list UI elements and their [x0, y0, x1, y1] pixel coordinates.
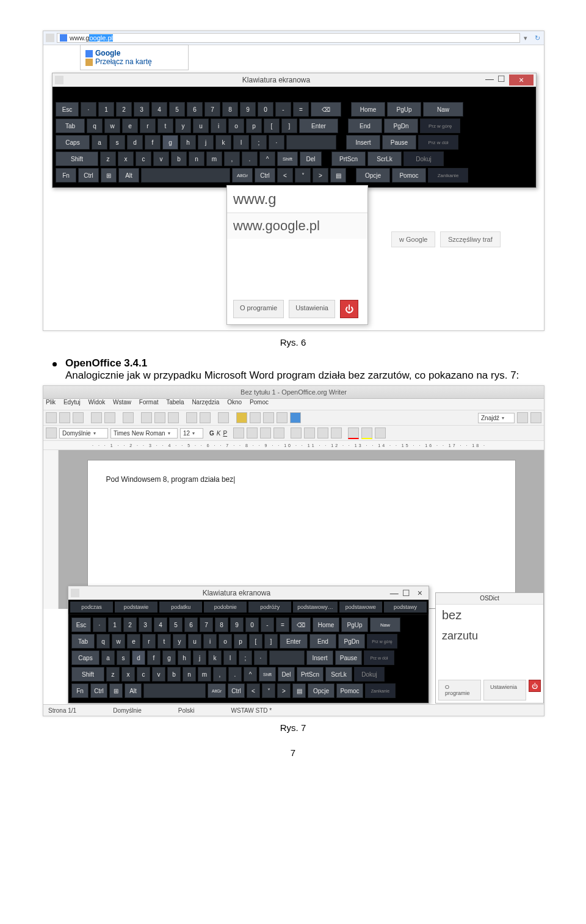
align-right-icon[interactable]	[260, 427, 271, 438]
about-button[interactable]: O programie	[233, 300, 284, 318]
status-style: Domyślnie	[113, 707, 142, 714]
menu-window[interactable]: Okno	[227, 399, 242, 406]
indent-inc-icon[interactable]	[331, 427, 342, 438]
menu-view[interactable]: Widok	[88, 399, 105, 406]
minimize-button[interactable]: —	[485, 75, 494, 85]
italic-button[interactable]: K	[217, 430, 221, 437]
menu-file[interactable]: Plik	[46, 399, 56, 406]
figure-7-caption: Rys. 7	[43, 722, 543, 733]
status-mode: WSTAW STD *	[231, 707, 272, 714]
dict-word-2[interactable]: zarzutu	[436, 626, 543, 646]
google-favicon-icon	[85, 50, 93, 57]
onscreen-keyboard-window: Klawiatura ekranowa — ☐ × Esc · 1 2 3 4 …	[52, 73, 537, 188]
style-selector[interactable]: Domyślnie	[59, 428, 108, 438]
spellcheck-icon[interactable]	[123, 412, 134, 423]
list-bul-icon[interactable]	[304, 427, 315, 438]
close-button[interactable]: ×	[414, 589, 426, 597]
status-lang: Polski	[178, 707, 195, 714]
lucky-button[interactable]: Szczęśliwy traf	[440, 231, 501, 247]
menu-table[interactable]: Tabela	[166, 399, 184, 406]
paste-icon[interactable]	[168, 412, 179, 423]
bullet-item: OpenOffice 3.4.1 Analogicznie jak w przy…	[43, 357, 543, 382]
gallery-icon[interactable]	[263, 412, 274, 423]
indent-dec-icon[interactable]	[317, 427, 328, 438]
statusbar: Strona 1/1 Domyślnie Polski WSTAW STD *	[43, 704, 544, 716]
menu-edit[interactable]: Edytuj	[63, 399, 81, 406]
power-button[interactable]: ⏻	[340, 300, 358, 318]
bold-button[interactable]: G	[209, 430, 214, 437]
undo-icon[interactable]	[186, 412, 197, 423]
underline-button[interactable]: P	[223, 430, 227, 437]
maximize-button[interactable]: ☐	[402, 589, 410, 597]
browser-urlbar: www.google.pl ▾ ↻	[43, 31, 544, 45]
word-suggestions-row: podczas podstawie podatku podobnie podró…	[68, 600, 429, 614]
key-space[interactable]	[141, 168, 230, 183]
fontcolor-icon[interactable]	[348, 427, 359, 439]
minimize-button[interactable]: —	[390, 589, 399, 597]
bullet-text: Analogicznie jak w przypadku Microsoft W…	[65, 369, 519, 381]
horizontal-ruler: · · · 1 · · 2 · · 3 · · 4 · · 5 · · 6 · …	[43, 441, 544, 450]
menu-tools[interactable]: Narzędzia	[192, 399, 219, 406]
styles-icon[interactable]	[46, 427, 57, 438]
open-icon[interactable]	[59, 412, 70, 423]
align-justify-icon[interactable]	[273, 427, 284, 438]
key-backspace[interactable]: ⌫	[311, 102, 341, 117]
settings-button[interactable]: Ustawienia	[289, 300, 335, 318]
key-menu-icon[interactable]: ▤	[330, 168, 346, 183]
table-icon[interactable]	[218, 412, 229, 423]
menu-insert[interactable]: Wstaw	[113, 399, 131, 406]
find-toolbar[interactable]: Znajdź	[478, 413, 515, 423]
maximize-button[interactable]: ☐	[497, 75, 505, 85]
menu-help[interactable]: Pomoc	[250, 399, 269, 406]
align-center-icon[interactable]	[247, 427, 258, 438]
document-text: Pod Windowsem 8, program działa bez|	[106, 475, 236, 484]
key-space[interactable]	[143, 683, 206, 698]
save-icon[interactable]	[73, 412, 84, 423]
fontsize-selector[interactable]: 12	[180, 428, 203, 438]
menu-format[interactable]: Format	[139, 399, 159, 406]
google-search-button[interactable]: w Google	[391, 231, 435, 247]
find-prev-icon[interactable]	[530, 412, 541, 423]
close-button[interactable]: ×	[509, 75, 534, 85]
keyboard-window-title: Klawiatura ekranowa	[67, 76, 485, 84]
menubar: Plik Edytuj Widok Wstaw Format Tabela Na…	[43, 399, 544, 410]
power-button[interactable]: ⏻	[529, 680, 541, 692]
toolbar-standard: Znajdź	[43, 410, 544, 426]
search-suggestion[interactable]: www.google.pl	[227, 213, 367, 239]
figure-7-screenshot: Bez tytułu 1 - OpenOffice.org Writer Pli…	[43, 385, 544, 716]
navigator-icon[interactable]	[250, 412, 261, 423]
preview-icon[interactable]	[104, 412, 115, 423]
zoom-icon[interactable]	[277, 412, 288, 423]
bgcolor-icon[interactable]	[375, 427, 386, 438]
list-num-icon[interactable]	[291, 427, 302, 438]
help-icon[interactable]	[290, 412, 301, 423]
settings-button[interactable]: Ustawienia	[483, 680, 526, 700]
find-icon[interactable]	[236, 412, 247, 423]
key-windows-icon[interactable]: ⊞	[101, 168, 117, 183]
highlight-icon[interactable]	[361, 427, 372, 439]
cut-icon[interactable]	[141, 412, 152, 423]
bullet-dot-icon	[52, 362, 57, 366]
status-page: Strona 1/1	[48, 707, 76, 714]
dict-word-1[interactable]: bez	[436, 605, 543, 626]
bullet-title: OpenOffice 3.4.1	[65, 357, 147, 369]
align-left-icon[interactable]	[233, 427, 244, 438]
refresh-icon: ↻	[531, 34, 544, 42]
find-next-icon[interactable]	[517, 412, 528, 423]
about-button[interactable]: O programie	[438, 680, 481, 700]
key-esc[interactable]: Esc	[56, 102, 79, 117]
search-input[interactable]: www.g	[227, 186, 367, 213]
new-doc-icon[interactable]	[46, 412, 57, 423]
vertical-ruler	[43, 450, 59, 609]
back-icon	[46, 34, 54, 42]
keyboard-keys-area: Esc · 1 2 3 4 5 6 7 8 9 0 - = ⌫ Home PgU…	[52, 87, 536, 187]
keyboard-window-title: Klawiatura ekranowa	[83, 589, 390, 597]
dropdown-icon: ▾	[520, 34, 531, 42]
redo-icon[interactable]	[200, 412, 211, 423]
osdict-window: OSDict bez zarzutu O programie Ustawieni…	[435, 592, 544, 704]
copy-icon[interactable]	[154, 412, 165, 423]
print-icon[interactable]	[91, 412, 102, 423]
favicon-icon	[60, 34, 67, 42]
toolbar-formatting: Domyślnie Times New Roman 12 G K P	[43, 426, 544, 441]
font-selector[interactable]: Times New Roman	[110, 428, 178, 438]
